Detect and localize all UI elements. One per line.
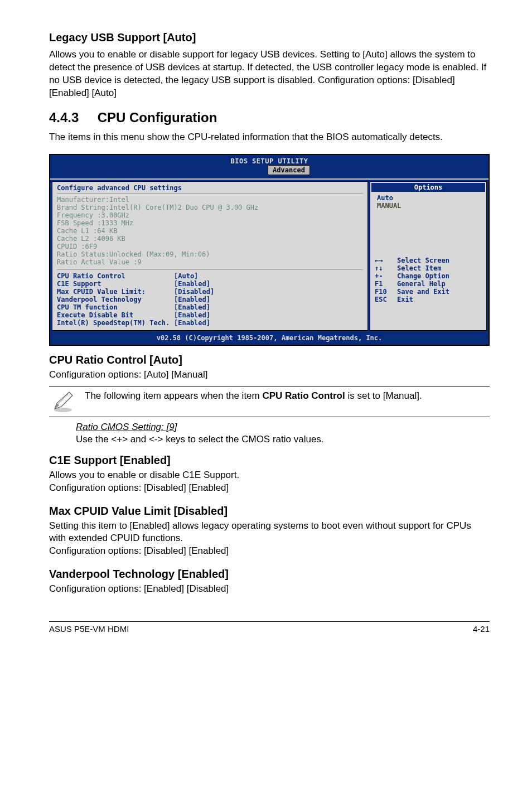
help-key: ↑↓: [375, 264, 397, 272]
help-text: Save and Exit: [397, 288, 449, 296]
help-text: Select Item: [397, 264, 441, 272]
footer-left: ASUS P5E-VM HDMI: [49, 624, 129, 634]
bios-left-panel: Configure advanced CPU settings Manufact…: [52, 181, 368, 331]
maxcpuid-title: Max CPUID Value Limit [Disabled]: [49, 505, 490, 518]
note-post: is set to [Manual].: [345, 390, 422, 401]
section-title: CPU Configuration: [98, 110, 217, 125]
bios-info-line: Frequency :3.00GHz: [57, 211, 363, 219]
bios-settings-block: CPU Ratio Control [Auto] C1E Support [En…: [57, 272, 363, 327]
bios-info-line: Brand String:Intel(R) Core(TM)2 Duo CPU …: [57, 204, 363, 211]
bios-setting-value: [Disabled]: [174, 288, 214, 296]
bios-setting-value: [Enabled]: [174, 296, 210, 303]
help-key: F10: [375, 288, 397, 296]
pencil-icon: [51, 390, 75, 413]
bios-title: BIOS SETUP UTILITY: [50, 157, 489, 165]
c1e-title: C1E Support [Enabled]: [49, 454, 490, 467]
help-text: Select Screen: [397, 257, 449, 264]
footer-right: 4-21: [473, 624, 490, 634]
page-footer: ASUS P5E-VM HDMI 4-21: [49, 621, 490, 634]
bios-info-line: Manufacturer:Intel: [57, 196, 363, 204]
bios-info-line: Cache L2 :4096 KB: [57, 235, 363, 243]
bios-footer: v02.58 (C)Copyright 1985-2007, American …: [50, 332, 489, 345]
legacy-usb-desc: Allows you to enable or disable support …: [49, 49, 490, 100]
help-key: ←→: [375, 257, 397, 264]
c1e-desc2: Configuration options: [Disabled] [Enabl…: [49, 482, 490, 495]
bios-setting-value: [Enabled]: [174, 319, 210, 327]
section-heading: 4.4.3 CPU Configuration: [49, 110, 490, 125]
bios-help-block: ←→Select Screen ↑↓Select Item +-Change O…: [375, 257, 482, 303]
bios-setting-label: Max CPUID Value Limit:: [57, 288, 174, 296]
note-bold: CPU Ratio Control: [262, 390, 345, 401]
bios-box: BIOS SETUP UTILITY Advanced Configure ad…: [49, 154, 490, 346]
help-key: +-: [375, 272, 397, 280]
bios-setting-value: [Enabled]: [174, 311, 210, 319]
help-text: General Help: [397, 280, 446, 288]
ratio-cmos-link: Ratio CMOS Setting: [9]: [76, 422, 490, 433]
ratio-cmos-block: Ratio CMOS Setting: [9] Use the <+> and …: [76, 422, 490, 445]
note-pre: The following item appears when the item: [85, 390, 262, 401]
help-text: Exit: [397, 296, 413, 303]
bios-setting-label: CPU TM function: [57, 303, 174, 311]
vanderpool-desc: Configuration options: [Enabled] [Disabl…: [49, 583, 490, 596]
bios-setting-value: [Auto]: [174, 272, 198, 280]
vanderpool-title: Vanderpool Technology [Enabled]: [49, 568, 490, 581]
note-box: The following item appears when the item…: [49, 386, 490, 417]
cpu-ratio-title: CPU Ratio Control [Auto]: [49, 354, 490, 366]
bios-right-panel: Options Auto MANUAL ←→Select Screen ↑↓Se…: [370, 181, 487, 331]
help-key: ESC: [375, 296, 397, 303]
bios-tab-advanced[interactable]: Advanced: [268, 165, 310, 175]
bios-setting-row[interactable]: CPU TM function [Enabled]: [57, 303, 363, 311]
bios-info-line: Ratio Actual Value :9: [57, 258, 363, 266]
bios-setting-value: [Enabled]: [174, 303, 210, 311]
c1e-desc1: Allows you to enable or disable C1E Supp…: [49, 469, 490, 482]
bios-setting-label: Vanderpool Technology: [57, 296, 174, 303]
bios-setting-row[interactable]: C1E Support [Enabled]: [57, 280, 363, 288]
bios-option[interactable]: Auto: [377, 194, 482, 202]
bios-setting-label: CPU Ratio Control: [57, 272, 174, 280]
bios-setting-row[interactable]: CPU Ratio Control [Auto]: [57, 272, 363, 280]
bios-setting-row[interactable]: Execute Disable Bit [Enabled]: [57, 311, 363, 319]
cpu-ratio-desc: Configuration options: [Auto] [Manual]: [49, 369, 490, 381]
bios-option[interactable]: MANUAL: [377, 202, 482, 210]
bios-setting-label: Execute Disable Bit: [57, 311, 174, 319]
bios-setting-row[interactable]: Max CPUID Value Limit: [Disabled]: [57, 288, 363, 296]
note-text: The following item appears when the item…: [85, 390, 422, 403]
bios-options-header: Options: [371, 183, 485, 192]
bios-info-block: Manufacturer:Intel Brand String:Intel(R)…: [57, 196, 363, 266]
bios-info-line: CPUID :6F9: [57, 243, 363, 250]
bios-setting-row[interactable]: Vanderpool Technology [Enabled]: [57, 296, 363, 303]
help-text: Change Option: [397, 272, 449, 280]
section-intro: The items in this menu show the CPU-rela…: [49, 131, 490, 144]
maxcpuid-desc2: Configuration options: [Disabled] [Enabl…: [49, 545, 490, 558]
help-key: F1: [375, 280, 397, 288]
bios-info-line: Cache L1 :64 KB: [57, 227, 363, 235]
bios-setting-row[interactable]: Intel(R) SpeedStep(TM) Tech. [Enabled]: [57, 319, 363, 327]
bios-setting-value: [Enabled]: [174, 280, 210, 288]
bios-info-line: Ratio Status:Unlocked (Max:09, Min:06): [57, 250, 363, 258]
bios-setting-label: C1E Support: [57, 280, 174, 288]
bios-setting-label: Intel(R) SpeedStep(TM) Tech.: [57, 319, 174, 327]
bios-info-line: FSB Speed :1333 MHz: [57, 219, 363, 227]
bios-subheader: Configure advanced CPU settings: [57, 184, 363, 194]
ratio-cmos-desc: Use the <+> and <-> keys to select the C…: [76, 434, 490, 445]
legacy-usb-title: Legacy USB Support [Auto]: [49, 31, 490, 44]
section-number: 4.4.3: [49, 110, 94, 125]
maxcpuid-desc1: Setting this item to [Enabled] allows le…: [49, 520, 490, 545]
